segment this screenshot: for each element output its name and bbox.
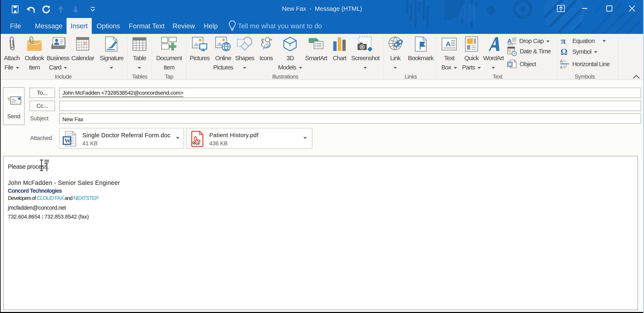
- svg-text:A: A: [446, 40, 451, 48]
- svg-text:Ω: Ω: [560, 48, 567, 56]
- svg-text:A: A: [560, 65, 563, 69]
- svg-text:W: W: [64, 137, 71, 144]
- svg-text:π: π: [561, 37, 566, 45]
- svg-text:A: A: [560, 60, 563, 64]
- svg-text:PDF: PDF: [194, 142, 200, 146]
- svg-text:A: A: [507, 38, 512, 44]
